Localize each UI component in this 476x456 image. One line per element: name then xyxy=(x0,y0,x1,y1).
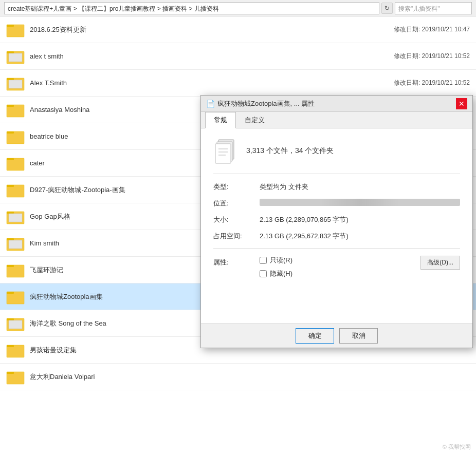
properties-dialog: 📄 疯狂动物城Zootopia画集, ... 属性 ✕ 常规 自定义 xyxy=(200,95,473,348)
readonly-row: 只读(R) xyxy=(260,256,420,265)
attr-label: 属性: xyxy=(213,256,260,267)
prop-value-size: 2.13 GB (2,289,070,865 字节) xyxy=(260,215,460,224)
advanced-button[interactable]: 高级(D)... xyxy=(420,256,460,270)
hidden-row: 隐藏(H) xyxy=(260,269,420,278)
ok-button[interactable]: 确定 xyxy=(296,328,334,344)
cancel-button[interactable]: 取消 xyxy=(339,328,378,344)
prop-row-type: 类型: 类型均为 文件夹 xyxy=(213,182,460,192)
prop-row-disksize: 占用空间: 2.13 GB (2,295,672,832 字节) xyxy=(213,232,460,241)
prop-value-location xyxy=(260,199,460,206)
dialog-titlebar: 📄 疯狂动物城Zootopia画集, ... 属性 ✕ xyxy=(201,96,472,112)
dialog-tabs: 常规 自定义 xyxy=(201,112,472,128)
attributes-section: 属性: 只读(R) 隐藏(H) 高级(D)... xyxy=(213,256,460,282)
dialog-overlay: 📄 疯狂动物城Zootopia画集, ... 属性 ✕ 常规 自定义 xyxy=(0,0,476,456)
dialog-footer: 确定 取消 xyxy=(201,324,472,348)
file-explorer: create基础课程+儿童画 > 【课程二】pro儿童插画教程 > 插画资料 >… xyxy=(0,0,476,456)
prop-value-type: 类型均为 文件夹 xyxy=(260,182,460,192)
file-icon xyxy=(213,137,238,165)
hidden-checkbox[interactable] xyxy=(260,270,267,277)
tab-custom[interactable]: 自定义 xyxy=(236,112,273,128)
svg-rect-40 xyxy=(215,144,231,163)
readonly-checkbox[interactable] xyxy=(260,257,267,264)
divider xyxy=(213,248,460,249)
readonly-label: 只读(R) xyxy=(270,256,292,265)
prop-label-type: 类型: xyxy=(213,182,260,192)
file-count: 3,313 个文件，34 个文件夹 xyxy=(246,146,334,156)
dialog-body: 3,313 个文件，34 个文件夹 类型: 类型均为 文件夹 位置: 大小: 2… xyxy=(201,128,472,324)
prop-row-size: 大小: 2.13 GB (2,289,070,865 字节) xyxy=(213,215,460,224)
file-info-header: 3,313 个文件，34 个文件夹 xyxy=(213,137,460,174)
hidden-label: 隐藏(H) xyxy=(270,269,292,278)
tab-general[interactable]: 常规 xyxy=(205,112,236,128)
dialog-icon: 📄 xyxy=(206,100,214,108)
prop-value-disksize: 2.13 GB (2,295,672,832 字节) xyxy=(260,232,460,241)
prop-label-location: 位置: xyxy=(213,199,260,208)
attr-checkboxes: 只读(R) 隐藏(H) xyxy=(260,256,420,282)
prop-row-location: 位置: xyxy=(213,199,460,208)
prop-label-size: 大小: xyxy=(213,215,260,224)
prop-label-disksize: 占用空间: xyxy=(213,232,260,241)
dialog-title: 疯狂动物城Zootopia画集, ... 属性 xyxy=(217,99,456,108)
dialog-close-button[interactable]: ✕ xyxy=(456,98,467,109)
